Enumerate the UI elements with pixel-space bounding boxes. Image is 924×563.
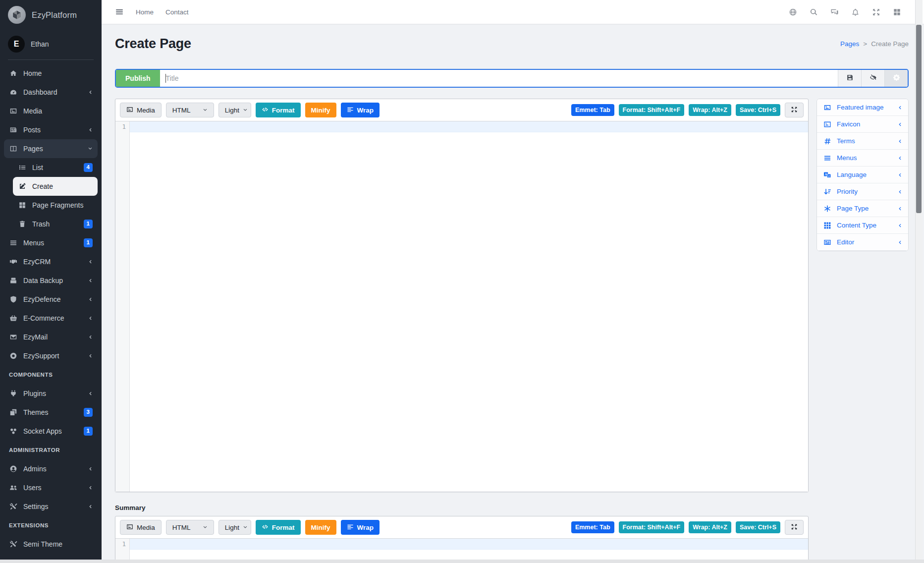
fullscreen-button[interactable]	[785, 103, 804, 117]
sidebar-item-plugins[interactable]: Plugins	[4, 384, 98, 403]
bell-icon[interactable]	[851, 8, 860, 16]
sidebar-item-pages-create[interactable]: Create	[13, 177, 98, 196]
editor-column: MediaHTMLLightFormatMinifyWrapEmmet: Tab…	[115, 99, 809, 563]
sidebar-item-label: Plugins	[23, 390, 82, 397]
tools-icon	[9, 540, 18, 548]
shield-icon	[9, 295, 18, 303]
boxes-icon	[9, 277, 18, 284]
search-icon[interactable]	[810, 8, 818, 16]
language-select[interactable]: HTML	[166, 103, 214, 117]
wrap-button[interactable]: Wrap	[341, 520, 380, 535]
wrap-button[interactable]: Wrap	[341, 103, 380, 117]
sidebar-item-pages[interactable]: Pages	[4, 139, 98, 158]
globe-icon[interactable]	[789, 8, 797, 16]
panel-item-editor[interactable]: Editor	[817, 234, 908, 251]
theme-select[interactable]: Light	[218, 103, 251, 117]
sidebar-item-page-fragments[interactable]: Page Fragments	[13, 196, 98, 215]
panel-item-content-type[interactable]: Content Type	[817, 217, 908, 234]
sidebar-item-media[interactable]: Media	[4, 102, 98, 120]
active-code-line	[130, 121, 808, 132]
chevron-down-icon	[203, 525, 208, 530]
asterisk-icon	[823, 205, 832, 213]
settings-button[interactable]	[884, 70, 908, 87]
panel-item-priority[interactable]: Priority	[817, 183, 908, 200]
sidebar-item-posts[interactable]: Posts	[4, 120, 98, 139]
language-select[interactable]: HTML	[166, 520, 214, 535]
nav-link-home[interactable]: Home	[136, 8, 154, 16]
sidebar-item-admins[interactable]: Admins	[4, 459, 98, 478]
minify-button[interactable]: Minify	[305, 520, 336, 535]
user-circle-icon	[9, 465, 18, 473]
panel-item-terms[interactable]: Terms	[817, 133, 908, 150]
chevron-down-icon	[203, 108, 208, 113]
brand[interactable]: EzyPlatform	[0, 0, 102, 30]
sidebar-item-ezydefence[interactable]: EzyDefence	[4, 290, 98, 309]
chevron-left-icon	[897, 122, 902, 127]
theme-select[interactable]: Light	[218, 520, 251, 535]
sidebar-item-settings[interactable]: Settings	[4, 497, 98, 516]
main-region: Home Contact Create Page Pages > Create …	[102, 0, 924, 563]
sidebar-item-dashboard[interactable]: Dashboard	[4, 83, 98, 102]
publish-button[interactable]: Publish	[116, 70, 160, 87]
sidebar-item-ezysupport[interactable]: EzySupport	[4, 346, 98, 365]
chevron-left-icon	[88, 466, 93, 471]
format-button[interactable]: Format	[256, 520, 301, 535]
image-frame-icon	[823, 120, 832, 128]
panel-item-featured-image[interactable]: Featured image	[817, 99, 908, 116]
breadcrumb-pages-link[interactable]: Pages	[840, 40, 859, 48]
envelope-icon	[9, 333, 18, 341]
breadcrumb-current: Create Page	[871, 40, 909, 48]
panel-item-menus[interactable]: Menus	[817, 150, 908, 167]
media-button[interactable]: Media	[120, 520, 162, 535]
hamburger-icon[interactable]	[115, 7, 124, 16]
sidebar-item-themes[interactable]: Themes3	[4, 403, 98, 422]
sidebar-item-data-backup[interactable]: Data Backup	[4, 271, 98, 290]
expand-icon[interactable]	[872, 8, 880, 16]
sidebar-menu: HomeDashboardMediaPostsPagesList4CreateP…	[0, 64, 102, 559]
sidebar-item-socket-apps[interactable]: Socket Apps1	[4, 422, 98, 441]
sidebar-item-home[interactable]: Home	[4, 64, 98, 83]
count-badge: 3	[84, 408, 93, 417]
chevron-left-icon	[88, 485, 93, 490]
panel-item-language[interactable]: AzLanguage	[817, 167, 908, 183]
sidebar-item-semi-theme[interactable]: Semi Theme	[4, 535, 98, 554]
sidebar-item-label: EzyDefence	[23, 295, 82, 303]
expand-icon	[791, 106, 798, 114]
sidebar-item-ezymail[interactable]: EzyMail	[4, 328, 98, 346]
sidebar-item-pages-trash[interactable]: Trash1	[13, 215, 98, 233]
title-input[interactable]	[160, 70, 838, 87]
nav-link-contact[interactable]: Contact	[165, 8, 189, 16]
avatar: E	[8, 36, 25, 53]
format-button[interactable]: Format	[256, 103, 301, 117]
save-draft-button[interactable]	[838, 70, 861, 87]
chevron-left-icon	[88, 504, 93, 509]
chat-icon[interactable]	[830, 8, 839, 16]
panel-item-label: Language	[837, 171, 892, 178]
chevron-left-icon	[88, 335, 93, 339]
sidebar-item-users[interactable]: Users	[4, 478, 98, 497]
panel-item-favicon[interactable]: Favicon	[817, 116, 908, 133]
sidebar-item-pages-list[interactable]: List4	[13, 158, 98, 177]
sidebar-item-menus[interactable]: Menus1	[4, 233, 98, 252]
columns-icon	[9, 145, 18, 153]
users-icon	[9, 484, 18, 492]
visibility-button[interactable]	[861, 70, 884, 87]
sidebar-section-administrator: ADMINISTRATOR	[4, 441, 98, 459]
grid-menu-icon[interactable]	[893, 8, 901, 16]
minify-button[interactable]: Minify	[305, 103, 336, 117]
svg-text:z: z	[828, 173, 830, 177]
sidebar-item-ezycrm[interactable]: EzyCRM	[4, 252, 98, 271]
vertical-scrollbar-thumb[interactable]	[916, 25, 922, 213]
eye-slash-icon	[870, 74, 877, 83]
shapes-icon	[9, 427, 18, 435]
user-profile[interactable]: E Ethan	[0, 30, 102, 58]
sidebar-item-label: E-Commerce	[23, 314, 82, 322]
sidebar-item-e-commerce[interactable]: E-Commerce	[4, 309, 98, 328]
panel-item-page-type[interactable]: Page Type	[817, 200, 908, 217]
fullscreen-button[interactable]	[785, 520, 804, 535]
media-button[interactable]: Media	[120, 103, 162, 117]
wrap-text-icon	[347, 523, 354, 532]
shortcut-badge: Emmet: Tab	[571, 521, 614, 533]
sidebar-item-label: Create	[32, 182, 93, 190]
code-input-area[interactable]	[130, 121, 808, 492]
